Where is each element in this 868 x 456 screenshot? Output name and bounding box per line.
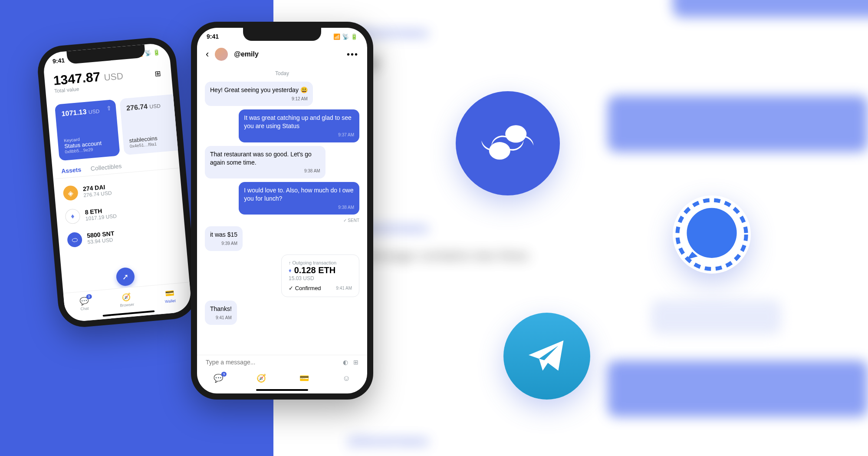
message-outgoing[interactable]: I would love to. Also, how much do I owe… <box>239 182 359 215</box>
battery-icon: 🔋 <box>351 33 358 40</box>
status-time: 9:41 <box>52 57 65 65</box>
add-icon[interactable]: ⊞ <box>353 359 358 366</box>
compass-icon: 🧭 <box>122 292 132 302</box>
message-outgoing[interactable]: It was great catching up and glad to see… <box>239 109 359 142</box>
nav-profile-icon[interactable]: ☺ <box>342 374 350 383</box>
nav-wallet-icon[interactable]: 💳 <box>299 373 309 383</box>
account-value: 1071.13 USD <box>61 107 100 118</box>
signal-logo <box>673 195 751 274</box>
nav-chat[interactable]: 💬9Chat <box>79 296 89 311</box>
telegram-logo <box>503 313 590 400</box>
chat-phone-mockup: 9:41 📶📡🔋 ‹ @emily ••• Today Hey! Great s… <box>191 22 373 400</box>
wifi-icon: 📡 <box>342 33 349 40</box>
battery-icon: 🔋 <box>153 49 160 56</box>
svg-point-2 <box>687 208 736 258</box>
share-icon[interactable]: ⇧ <box>106 105 112 112</box>
transaction-card[interactable]: ↑ Outgoing transaction ♦0.128 ETH 15.03 … <box>281 254 359 297</box>
sticker-icon[interactable]: ◐ <box>343 359 348 366</box>
message-incoming[interactable]: That restaurant was so good. Let's go ag… <box>205 146 326 178</box>
transaction-time: 9:41 AM <box>336 286 352 291</box>
blurred-chat-background: @blockchainz Hey @blockchainz a message … <box>304 0 868 456</box>
send-fab-button[interactable]: ➚ <box>115 267 135 287</box>
svg-point-0 <box>505 125 526 142</box>
nav-browser-icon[interactable]: 🧭 <box>256 373 266 383</box>
wifi-icon: 📡 <box>144 50 151 56</box>
status-time: 9:41 <box>207 33 219 40</box>
back-button[interactable]: ‹ <box>206 49 209 60</box>
eth-icon: ♦ <box>65 208 81 225</box>
day-separator: Today <box>205 70 359 76</box>
nav-wallet[interactable]: 💳Wallet <box>164 288 176 304</box>
account-value: 276.74 USD <box>126 102 161 112</box>
wallet-icon: 💳 <box>164 289 174 299</box>
wallet-phone-mockup: 9:41 📶📡🔋 ⊞ 1347.87 USD Total value 1071.… <box>36 36 198 329</box>
qr-scan-icon[interactable]: ⊞ <box>155 69 161 79</box>
account-card-stablecoins[interactable]: 276.74 USD stablecoins 0x4e51…f9a1 <box>119 94 185 155</box>
transaction-amount: ♦0.128 ETH <box>289 265 352 275</box>
nav-chat-icon[interactable]: 💬9 <box>214 373 223 383</box>
snt-icon: ⬭ <box>67 232 83 248</box>
status-logo <box>456 91 560 195</box>
chat-username: @emily <box>234 50 259 58</box>
tab-assets[interactable]: Assets <box>61 166 82 175</box>
home-indicator <box>256 389 308 391</box>
message-input[interactable] <box>206 359 338 366</box>
nav-browser[interactable]: 🧭Browser <box>119 292 135 308</box>
signal-icon: 📶 <box>333 33 340 40</box>
transaction-direction: ↑ Outgoing transaction <box>289 260 352 265</box>
account-card-status[interactable]: 1071.13 USD ⇧ Keycard Status account 0x8… <box>55 99 120 161</box>
message-incoming[interactable]: Hey! Great seeing you yesterday 😃9:12 AM <box>205 82 313 106</box>
transaction-usd: 15.03 USD <box>289 275 352 281</box>
message-incoming[interactable]: Thanks!9:41 AM <box>205 301 237 325</box>
tab-collectibles[interactable]: Collectibles <box>90 162 122 172</box>
sent-indicator: ✓ SENT <box>343 218 359 223</box>
more-options-button[interactable]: ••• <box>347 50 358 59</box>
dai-icon: ◈ <box>62 185 79 201</box>
message-incoming[interactable]: it was $159:39 AM <box>205 226 243 251</box>
svg-point-1 <box>489 142 510 159</box>
avatar[interactable] <box>214 47 229 62</box>
transaction-status: ✓ Confirmed <box>289 285 321 291</box>
